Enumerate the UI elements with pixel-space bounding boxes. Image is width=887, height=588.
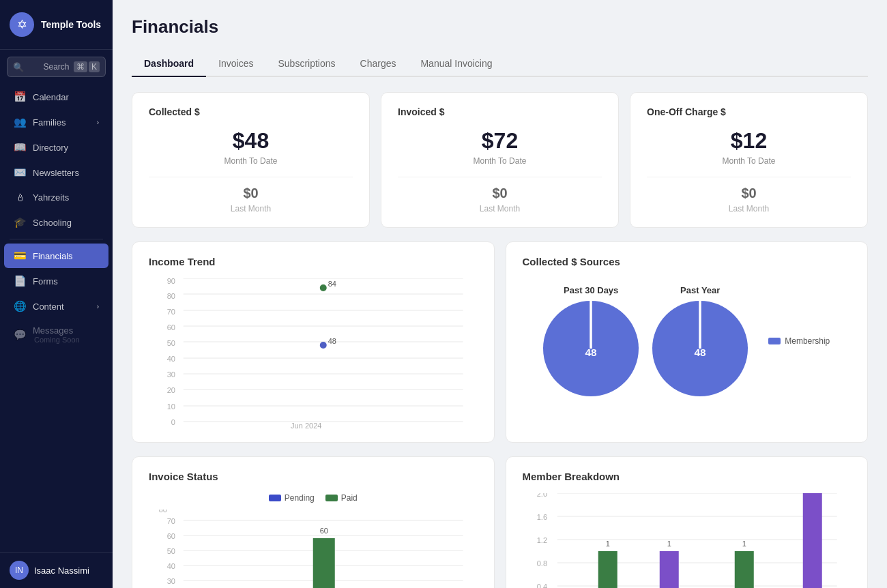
past-year-svg: 48 <box>652 301 748 396</box>
data-point-48 <box>320 342 327 349</box>
oneoff-title: One-Off Charge $ <box>647 106 851 117</box>
member-bar-svg: 0 0.4 0.8 1.2 1.6 2.0 1 <box>523 493 852 588</box>
tab-manual-invoicing[interactable]: Manual Invoicing <box>408 51 504 77</box>
svg-text:Jun 2024: Jun 2024 <box>291 422 321 428</box>
svg-text:90: 90 <box>167 278 175 285</box>
svg-text:40: 40 <box>167 562 175 570</box>
svg-text:10: 10 <box>167 402 175 411</box>
page-title: Financials <box>132 16 868 38</box>
content-icon: 🌐 <box>14 300 26 312</box>
sidebar-item-newsletters[interactable]: ✉️ Newsletters <box>4 160 108 185</box>
collected-card: Collected $ $48 Month To Date $0 Last Mo… <box>132 92 370 228</box>
collected-period: Month To Date <box>149 156 353 166</box>
collected-amount: $48 <box>149 128 353 153</box>
oneoff-last-month-label: Last Month <box>647 204 851 214</box>
svg-text:48: 48 <box>328 337 336 345</box>
sidebar-item-label: Directory <box>33 143 68 153</box>
search-label: Search <box>44 62 70 72</box>
sidebar-item-directory[interactable]: 📖 Directory <box>4 135 108 160</box>
tab-subscriptions[interactable]: Subscriptions <box>265 51 347 77</box>
svg-text:70: 70 <box>167 308 175 316</box>
invoiced-period: Month To Date <box>398 156 602 166</box>
income-trend-card: Income Trend 0 10 20 30 40 50 60 70 80 9… <box>132 241 495 443</box>
app-name: Temple Tools <box>41 19 101 31</box>
charts-row-2: Invoice Status Pending Paid 0 10 20 30 <box>132 456 868 588</box>
summary-cards: Collected $ $48 Month To Date $0 Last Mo… <box>132 92 868 228</box>
svg-text:1: 1 <box>605 540 609 548</box>
invoiced-last-month: $0 <box>398 186 602 201</box>
past-30-label: Past 30 Days <box>564 285 618 295</box>
membership-legend: Membership <box>768 336 830 346</box>
paid-color <box>325 495 338 501</box>
income-trend-chart: 0 10 20 30 40 50 60 70 80 90 <box>149 278 478 428</box>
collected-title: Collected $ <box>149 106 353 117</box>
invoiced-title: Invoiced $ <box>398 106 602 117</box>
income-trend-svg: 0 10 20 30 40 50 60 70 80 90 <box>149 278 478 428</box>
pending-legend: Pending <box>269 493 315 503</box>
svg-text:0.4: 0.4 <box>536 583 547 588</box>
collected-sources-title: Collected $ Sources <box>523 256 852 267</box>
sidebar: ✡ Temple Tools 🔍 Search ⌘ K 📅 Calendar 👥… <box>0 0 113 588</box>
directory-icon: 📖 <box>14 141 26 153</box>
svg-text:1: 1 <box>742 540 746 548</box>
main-content: Financials Dashboard Invoices Subscripti… <box>113 0 887 588</box>
search-input[interactable]: 🔍 Search ⌘ K <box>7 57 106 77</box>
forms-icon: 📄 <box>14 275 26 287</box>
member-bar-chart: 0 0.4 0.8 1.2 1.6 2.0 1 <box>523 493 852 588</box>
member-breakdown-card: Member Breakdown 0 0.4 0.8 1.2 1.6 2.0 <box>506 456 869 588</box>
oneoff-period: Month To Date <box>647 156 851 166</box>
sidebar-item-yahrzeits[interactable]: 🕯 Yahrzeits <box>4 186 108 209</box>
member-bar-2 <box>659 551 678 588</box>
tab-invoices[interactable]: Invoices <box>206 51 265 77</box>
pending-label: Pending <box>285 493 315 503</box>
past-year-pie: Past Year 48 <box>652 285 748 396</box>
yahrzeits-icon: 🕯 <box>14 192 26 203</box>
sidebar-item-content[interactable]: 🌐 Content › <box>4 294 108 319</box>
chevron-right-icon: › <box>97 119 99 126</box>
sidebar-item-calendar[interactable]: 📅 Calendar <box>4 85 108 109</box>
sidebar-item-label: Messages <box>33 325 80 336</box>
user-profile[interactable]: IN Isaac Nassimi <box>0 552 113 588</box>
svg-text:50: 50 <box>167 339 175 347</box>
svg-text:30: 30 <box>167 370 175 379</box>
tab-charges[interactable]: Charges <box>348 51 409 77</box>
tab-dashboard[interactable]: Dashboard <box>132 51 206 77</box>
invoice-bar-svg: 0 10 20 30 40 50 60 70 80 <box>149 510 478 588</box>
svg-text:1: 1 <box>667 540 671 548</box>
invoiced-last-month-label: Last Month <box>398 204 602 214</box>
svg-text:1.6: 1.6 <box>536 513 547 521</box>
sidebar-item-forms[interactable]: 📄 Forms <box>4 269 108 293</box>
svg-text:70: 70 <box>167 517 175 525</box>
invoice-status-title: Invoice Status <box>149 471 478 482</box>
svg-text:48: 48 <box>585 347 598 358</box>
data-point-84 <box>320 284 327 291</box>
sidebar-item-label: Yahrzeits <box>33 192 69 203</box>
sidebar-item-label: Calendar <box>33 92 69 102</box>
membership-label: Membership <box>785 336 830 346</box>
pie-charts-container: Past 30 Days 48 Past Year 48 <box>523 278 852 403</box>
sidebar-item-financials[interactable]: 💳 Financials <box>4 244 108 268</box>
svg-text:60: 60 <box>320 527 328 535</box>
sidebar-item-label: Financials <box>33 251 73 261</box>
sidebar-item-label: Schooling <box>33 218 72 228</box>
svg-text:2.0: 2.0 <box>536 493 547 498</box>
messages-icon: 💬 <box>14 329 26 341</box>
svg-text:0: 0 <box>171 418 175 426</box>
chevron-right-icon: › <box>97 303 99 310</box>
svg-text:80: 80 <box>159 510 167 514</box>
nav-menu: 📅 Calendar 👥 Families › 📖 Directory ✉️ N… <box>0 84 113 351</box>
membership-color <box>768 338 781 344</box>
user-name: Isaac Nassimi <box>34 565 89 576</box>
sidebar-item-schooling[interactable]: 🎓 Schooling <box>4 210 108 235</box>
paid-bar <box>313 538 335 588</box>
member-bar-3 <box>734 551 753 588</box>
sidebar-item-messages[interactable]: 💬 Messages Coming Soon <box>4 319 108 350</box>
calendar-icon: 📅 <box>14 91 26 103</box>
collected-sources-card: Collected $ Sources Past 30 Days 48 Past… <box>506 241 869 443</box>
tab-bar: Dashboard Invoices Subscriptions Charges… <box>132 51 868 77</box>
sidebar-item-label: Forms <box>33 276 58 286</box>
member-bar-1 <box>598 551 617 588</box>
oneoff-amount: $12 <box>647 128 851 153</box>
sidebar-item-families[interactable]: 👥 Families › <box>4 110 108 134</box>
sidebar-item-label: Content <box>33 302 64 312</box>
